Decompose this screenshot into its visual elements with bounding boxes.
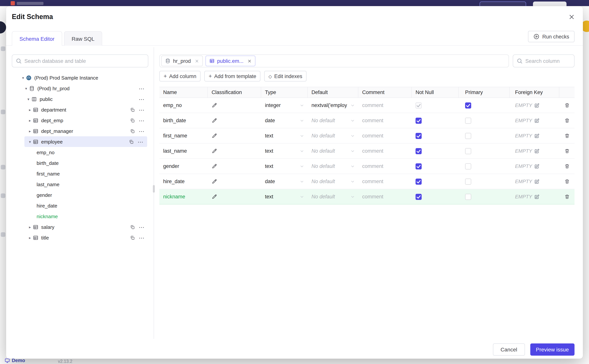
default-select[interactable]: No default <box>308 128 358 143</box>
pencil-icon[interactable] <box>212 148 217 154</box>
default-select[interactable]: No default <box>308 159 358 174</box>
not-null-checkbox[interactable] <box>415 148 422 154</box>
caret-down-icon[interactable] <box>27 140 33 144</box>
pencil-icon[interactable] <box>212 133 217 139</box>
pencil-icon[interactable] <box>212 179 217 184</box>
tree-item-table-dept-manager[interactable]: dept_manager <box>12 126 148 136</box>
delete-row-icon[interactable] <box>564 163 570 169</box>
type-select[interactable]: date <box>261 174 308 189</box>
tree-item-column-birth-date[interactable]: birth_date <box>12 158 148 168</box>
preview-issue-button[interactable]: Preview issue <box>530 344 575 356</box>
demo-badge[interactable]: Demo <box>5 358 25 363</box>
tree-item-column-hire-date[interactable]: hire_date <box>12 200 148 211</box>
delete-row-icon[interactable] <box>564 118 570 123</box>
caret-right-icon[interactable] <box>27 129 33 133</box>
column-name[interactable]: hire_date <box>163 179 185 184</box>
tree-item-schema[interactable]: public <box>12 94 148 104</box>
column-name[interactable]: birth_date <box>163 118 186 123</box>
column-name[interactable]: first_name <box>163 133 187 139</box>
not-null-checkbox[interactable] <box>415 102 422 108</box>
caret-right-icon[interactable] <box>27 235 33 240</box>
pencil-icon[interactable] <box>212 163 217 169</box>
not-null-checkbox[interactable] <box>415 163 422 169</box>
edit-foreign-key-icon[interactable] <box>534 118 539 123</box>
comment-input[interactable]: comment <box>362 102 383 108</box>
edit-indexes-button[interactable]: Edit indexes <box>264 71 307 81</box>
cancel-button[interactable]: Cancel <box>493 344 525 356</box>
more-icon[interactable] <box>139 235 145 240</box>
copy-icon[interactable] <box>130 224 135 229</box>
tree-item-column-nickname[interactable]: nickname <box>12 211 148 221</box>
copy-icon[interactable] <box>130 118 135 123</box>
comment-input[interactable]: comment <box>362 163 383 169</box>
caret-down-icon[interactable] <box>20 76 26 80</box>
comment-input[interactable]: comment <box>362 148 383 154</box>
not-null-checkbox[interactable] <box>415 117 422 124</box>
tab-chip-table[interactable]: public.em... <box>205 56 255 66</box>
primary-checkbox[interactable] <box>465 178 471 184</box>
column-name[interactable]: emp_no <box>163 102 182 108</box>
comment-input[interactable]: comment <box>362 118 383 123</box>
comment-input[interactable]: comment <box>362 194 383 200</box>
more-icon[interactable] <box>139 117 145 123</box>
tree-item-table-department[interactable]: department <box>12 104 148 115</box>
type-select[interactable]: text <box>261 159 308 174</box>
tree-item-instance[interactable]: (Prod) Prod Sample Instance <box>12 72 148 83</box>
tree-item-table-salary[interactable]: salary <box>12 221 148 232</box>
tab-schema-editor[interactable]: Schema Editor <box>12 31 62 46</box>
delete-row-icon[interactable] <box>564 179 570 184</box>
pencil-icon[interactable] <box>212 118 217 123</box>
edit-foreign-key-icon[interactable] <box>534 133 539 138</box>
default-select[interactable]: No default <box>308 174 358 189</box>
type-select[interactable]: integer <box>261 98 308 113</box>
not-null-checkbox[interactable] <box>415 178 422 184</box>
type-select[interactable]: text <box>261 189 308 204</box>
add-column-button[interactable]: Add column <box>159 71 201 81</box>
caret-right-icon[interactable] <box>27 108 33 112</box>
primary-checkbox[interactable] <box>465 133 471 139</box>
default-select[interactable]: No default <box>308 113 358 128</box>
primary-checkbox[interactable] <box>465 194 471 200</box>
close-icon[interactable] <box>568 13 575 20</box>
delete-row-icon[interactable] <box>564 102 570 108</box>
default-select[interactable]: No default <box>308 143 358 158</box>
edit-foreign-key-icon[interactable] <box>534 163 539 169</box>
pencil-icon[interactable] <box>212 194 217 200</box>
edit-foreign-key-icon[interactable] <box>534 103 539 108</box>
tree-item-table-employee[interactable]: employee <box>24 136 147 147</box>
copy-icon[interactable] <box>130 235 135 240</box>
tree-item-column-first-name[interactable]: first_name <box>12 168 148 179</box>
tree-item-table-title[interactable]: title <box>12 232 148 243</box>
copy-icon[interactable] <box>129 139 134 144</box>
add-from-template-button[interactable]: Add from template <box>204 71 260 81</box>
primary-checkbox[interactable] <box>465 163 471 169</box>
close-icon[interactable] <box>195 59 199 63</box>
column-name[interactable]: nickname <box>163 194 185 200</box>
primary-checkbox[interactable] <box>465 117 471 124</box>
primary-checkbox[interactable] <box>465 148 471 154</box>
tab-raw-sql[interactable]: Raw SQL <box>64 31 102 46</box>
tree-item-column-emp-no[interactable]: emp_no <box>12 147 148 158</box>
edit-foreign-key-icon[interactable] <box>534 194 539 199</box>
pencil-icon[interactable] <box>212 102 217 108</box>
default-select[interactable]: nextval('employ <box>308 98 358 113</box>
comment-input[interactable]: comment <box>362 133 383 139</box>
column-name[interactable]: gender <box>163 163 179 169</box>
tree-item-database[interactable]: (Prod) hr_prod <box>12 83 148 94</box>
column-name[interactable]: last_name <box>163 148 187 154</box>
more-icon[interactable] <box>139 96 145 102</box>
edit-foreign-key-icon[interactable] <box>534 179 539 184</box>
type-select[interactable]: text <box>261 128 308 143</box>
delete-row-icon[interactable] <box>564 194 570 200</box>
run-checks-button[interactable]: Run checks <box>528 31 575 42</box>
caret-right-icon[interactable] <box>27 118 33 122</box>
not-null-checkbox[interactable] <box>415 133 422 139</box>
delete-row-icon[interactable] <box>564 133 570 139</box>
more-icon[interactable] <box>139 107 145 112</box>
more-icon[interactable] <box>139 128 145 134</box>
more-icon[interactable] <box>139 85 145 91</box>
comment-input[interactable]: comment <box>362 179 383 184</box>
default-select[interactable]: No default <box>308 189 358 204</box>
type-select[interactable]: date <box>261 113 308 128</box>
close-icon[interactable] <box>247 59 251 63</box>
